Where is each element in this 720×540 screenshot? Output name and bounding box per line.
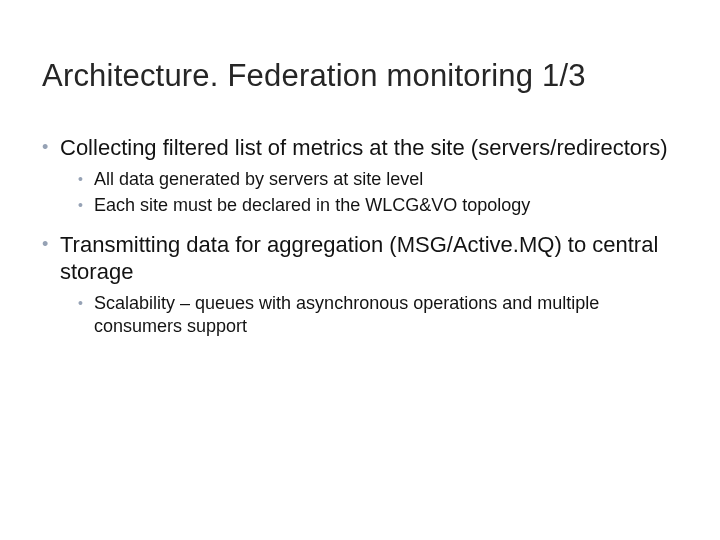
sub-bullet-text: Scalability – queues with asynchronous o…	[94, 293, 599, 336]
sub-bullet-item: Each site must be declared in the WLCG&V…	[78, 194, 678, 217]
bullet-list: Collecting filtered list of metrics at t…	[42, 134, 678, 338]
slide: Architecture. Federation monitoring 1/3 …	[0, 0, 720, 540]
bullet-item: Collecting filtered list of metrics at t…	[42, 134, 678, 217]
sub-bullet-item: All data generated by servers at site le…	[78, 168, 678, 191]
sub-bullet-list: All data generated by servers at site le…	[60, 168, 678, 217]
sub-bullet-list: Scalability – queues with asynchronous o…	[60, 292, 678, 338]
sub-bullet-item: Scalability – queues with asynchronous o…	[78, 292, 678, 338]
sub-bullet-text: All data generated by servers at site le…	[94, 169, 423, 189]
bullet-text: Transmitting data for aggregation (MSG/A…	[60, 232, 658, 285]
sub-bullet-text: Each site must be declared in the WLCG&V…	[94, 195, 530, 215]
slide-title: Architecture. Federation monitoring 1/3	[42, 58, 678, 94]
bullet-text: Collecting filtered list of metrics at t…	[60, 135, 668, 160]
bullet-item: Transmitting data for aggregation (MSG/A…	[42, 231, 678, 338]
